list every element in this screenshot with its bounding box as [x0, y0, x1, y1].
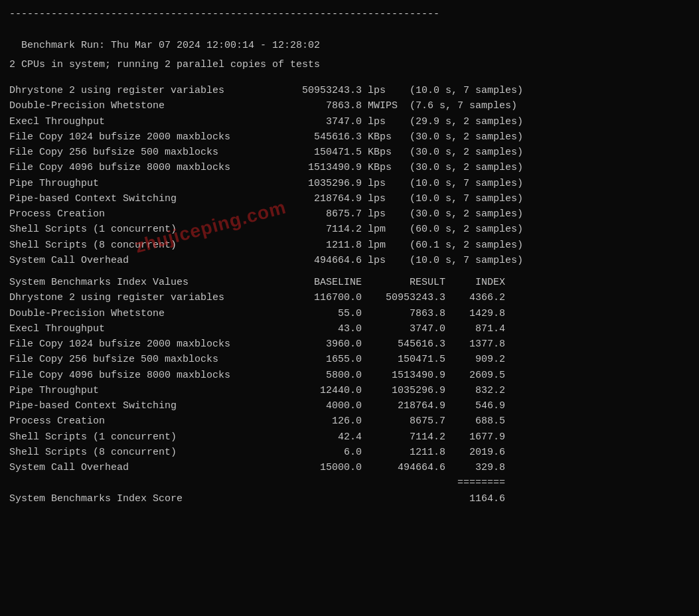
- result-row: Execl Throughput 3747.0 lps (29.9 s, 2 s…: [9, 114, 690, 129]
- index-header-row: System Benchmarks Index Values BASELINE …: [9, 275, 690, 290]
- equals-separator: ========: [9, 475, 690, 491]
- index-row: File Copy 4096 bufsize 8000 maxblocks 58…: [9, 368, 690, 383]
- index-row: Shell Scripts (1 concurrent) 42.4 7114.2…: [9, 429, 690, 445]
- result-row: Pipe-based Context Switching 218764.9 lp…: [9, 191, 690, 206]
- result-row: File Copy 4096 bufsize 8000 maxblocks 15…: [9, 160, 690, 175]
- index-row: File Copy 1024 bufsize 2000 maxblocks 39…: [9, 337, 690, 352]
- cpus-line: 2 CPUs in system; running 2 parallel cop…: [9, 57, 690, 72]
- benchmark-run-datetime: [105, 40, 111, 51]
- result-row: Double-Precision Whetstone 7863.8 MWIPS …: [9, 98, 690, 114]
- benchmark-datetime: Thu Mar 07 2024 12:00:14 - 12:28:02: [111, 40, 320, 51]
- index-section: System Benchmarks Index Values BASELINE …: [9, 275, 690, 506]
- result-row: Shell Scripts (1 concurrent) 7114.2 lpm …: [9, 222, 690, 237]
- index-row: Dhrystone 2 using register variables 116…: [9, 290, 690, 305]
- benchmark-run-section: Benchmark Run: Thu Mar 07 2024 12:00:14 …: [9, 22, 690, 53]
- index-row: System Call Overhead 15000.0 494664.6 32…: [9, 460, 690, 475]
- result-row: Process Creation 8675.7 lps (30.0 s, 2 s…: [9, 206, 690, 222]
- result-row: System Call Overhead 494664.6 lps (10.0 …: [9, 253, 690, 268]
- index-row: Shell Scripts (8 concurrent) 6.0 1211.8 …: [9, 445, 690, 460]
- result-row: File Copy 1024 bufsize 2000 maxblocks 54…: [9, 129, 690, 145]
- results-section: Dhrystone 2 using register variables 509…: [9, 83, 690, 268]
- separator-top: ----------------------------------------…: [9, 7, 690, 22]
- index-row: File Copy 256 bufsize 500 maxblocks 1655…: [9, 352, 690, 367]
- score-row: System Benchmarks Index Score 1164.6: [9, 491, 690, 506]
- index-row: Double-Precision Whetstone 55.0 7863.8 1…: [9, 306, 690, 321]
- result-row: Dhrystone 2 using register variables 509…: [9, 83, 690, 98]
- result-row: File Copy 256 bufsize 500 maxblocks 1504…: [9, 145, 690, 160]
- result-row: Pipe Throughput 1035296.9 lps (10.0 s, 7…: [9, 176, 690, 191]
- index-row: Pipe Throughput 12440.0 1035296.9 832.2: [9, 383, 690, 398]
- benchmark-run-label: Benchmark Run:: [21, 40, 105, 51]
- index-row: Pipe-based Context Switching 4000.0 2187…: [9, 398, 690, 414]
- result-row: Shell Scripts (8 concurrent) 1211.8 lpm …: [9, 238, 690, 253]
- index-row: Execl Throughput 43.0 3747.0 871.4: [9, 321, 690, 337]
- index-row: Process Creation 126.0 8675.7 688.5: [9, 414, 690, 429]
